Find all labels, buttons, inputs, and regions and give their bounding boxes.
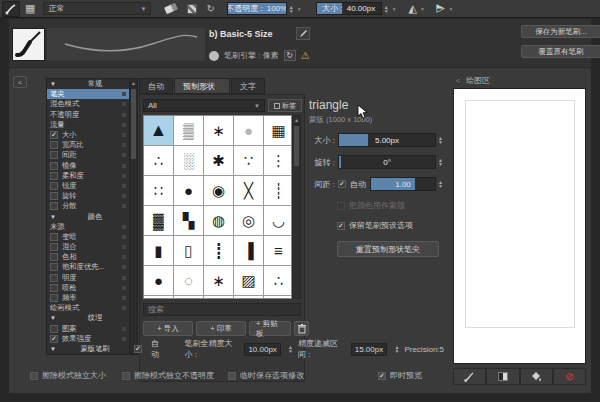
- reset-tip-button[interactable]: 重置预制形状笔尖: [337, 241, 439, 257]
- brush-tip-cell[interactable]: ◌: [174, 266, 203, 295]
- save-new-preset-button[interactable]: 保存为新笔刷...: [521, 25, 600, 38]
- brush-tip-cell[interactable]: ◡: [264, 206, 292, 235]
- temp-save-checkbox[interactable]: [228, 372, 236, 380]
- reload-preset-icon[interactable]: ↻: [206, 3, 214, 14]
- option-row-check[interactable]: 大小: [47, 130, 129, 140]
- option-row-plain[interactable]: 笔尖: [47, 89, 129, 99]
- overwrite-preset-button[interactable]: 覆盖原有笔刷: [521, 45, 600, 58]
- brush-tip-cell[interactable]: ▨: [234, 266, 263, 295]
- search-input[interactable]: 搜索: [143, 303, 301, 316]
- scratchpad-paint-button[interactable]: [453, 368, 486, 385]
- brush-tip-cell[interactable]: ╍: [234, 296, 263, 299]
- mirror-vertical-icon[interactable]: ◭: [437, 2, 445, 15]
- option-checkbox[interactable]: [50, 253, 58, 261]
- tab-predefined[interactable]: 预制形状: [174, 78, 230, 94]
- collapse-presets-button[interactable]: <: [13, 76, 27, 88]
- tab-auto[interactable]: 自动: [139, 78, 173, 94]
- option-checkbox[interactable]: [50, 182, 58, 190]
- use-color-as-mask-checkbox[interactable]: [337, 202, 345, 210]
- option-row-plain[interactable]: 绘画模式: [47, 303, 129, 313]
- eraser-mode-icon[interactable]: [165, 3, 179, 14]
- option-checkbox[interactable]: [50, 202, 58, 210]
- brush-editor-toggle-button[interactable]: [2, 1, 20, 17]
- option-list-scrollbar[interactable]: ▲: [129, 79, 137, 354]
- brush-tip-cell[interactable]: ●: [144, 266, 173, 295]
- option-row-check[interactable]: 柔和度: [47, 171, 129, 181]
- reload-engine-button[interactable]: ↻: [284, 50, 296, 61]
- option-row-header[interactable]: ▼颜色: [47, 211, 129, 221]
- scrollbar-thumb[interactable]: [294, 126, 299, 166]
- brush-tip-cell[interactable]: ╻: [144, 296, 173, 299]
- option-row-check[interactable]: 宽高比: [47, 140, 129, 150]
- option-row-check[interactable]: 镜像: [47, 161, 129, 171]
- option-row-check[interactable]: 锐度: [47, 181, 129, 191]
- size-spinner[interactable]: ▲▼: [384, 5, 389, 13]
- brush-tip-cell[interactable]: ░: [174, 146, 203, 175]
- brush-tip-cell[interactable]: ▯: [174, 236, 203, 265]
- option-row-check[interactable]: 频率: [47, 293, 129, 303]
- preset-chooser-button[interactable]: ▦: [25, 1, 35, 17]
- option-checkbox[interactable]: [50, 325, 58, 333]
- tip-grid-scrollbar[interactable]: ▲: [292, 115, 301, 299]
- option-row-header[interactable]: ▼常规: [47, 79, 129, 89]
- stamp-button[interactable]: + 印章: [196, 321, 246, 336]
- clipboard-button[interactable]: + 剪贴板: [249, 321, 291, 336]
- brush-tip-cell[interactable]: ∗: [204, 266, 233, 295]
- auto-spacing-checkbox[interactable]: [338, 180, 346, 188]
- full-size-spinner[interactable]: ▲▼: [288, 345, 293, 353]
- brush-tip-cell[interactable]: ▐: [234, 236, 263, 265]
- option-row-check[interactable]: 混合: [47, 242, 129, 252]
- erase-opacity-checkbox[interactable]: [122, 372, 130, 380]
- size-options-icon[interactable]: ▼: [392, 6, 397, 12]
- option-checkbox[interactable]: [50, 274, 58, 282]
- brush-tip-cell[interactable]: ∵: [264, 296, 292, 299]
- option-checkbox[interactable]: [50, 141, 58, 149]
- option-checkbox[interactable]: [50, 263, 58, 271]
- tab-text[interactable]: 文字: [231, 78, 265, 94]
- fade-spinbox[interactable]: 15.00px: [351, 343, 388, 356]
- mirror-horizontal-icon[interactable]: ◭: [409, 2, 417, 15]
- scratchpad-fill-preset-button[interactable]: [486, 368, 519, 385]
- option-row-check[interactable]: 喷枪: [47, 283, 129, 293]
- instant-preview-checkbox[interactable]: [378, 372, 386, 380]
- rename-preset-button[interactable]: [296, 27, 310, 40]
- option-checkbox[interactable]: [50, 233, 58, 241]
- option-row-check[interactable]: 饱和度优先...: [47, 262, 129, 272]
- erase-size-checkbox[interactable]: [30, 372, 38, 380]
- brush-tip-cell[interactable]: ◉: [204, 176, 233, 205]
- opacity-slider[interactable]: 不透明度 :100%: [227, 2, 287, 15]
- option-row-plain[interactable]: 来源: [47, 222, 129, 232]
- scrollbar-thumb[interactable]: [131, 89, 136, 159]
- rotation-slider[interactable]: 0°: [338, 155, 436, 169]
- brush-tip-cell[interactable]: ┆: [204, 296, 233, 299]
- brush-tip-cell[interactable]: ▮: [144, 236, 173, 265]
- option-row-check[interactable]: 明度: [47, 273, 129, 283]
- brush-tip-cell[interactable]: ▲: [144, 116, 173, 145]
- preserve-alpha-icon[interactable]: [187, 4, 197, 14]
- option-row-check[interactable]: 效果强度: [47, 334, 129, 344]
- scratchpad-canvas[interactable]: [453, 88, 586, 364]
- preserve-settings-checkbox[interactable]: [337, 222, 345, 230]
- spacing-slider[interactable]: 1.00: [370, 177, 436, 191]
- full-size-spinbox[interactable]: 10.00px: [244, 343, 281, 356]
- brush-tip-cell[interactable]: ▒: [174, 116, 203, 145]
- opacity-options-icon[interactable]: ▼: [297, 6, 302, 12]
- option-row-check[interactable]: 色相: [47, 252, 129, 262]
- option-row-header[interactable]: ▼蒙版笔刷: [47, 344, 129, 354]
- option-checkbox[interactable]: [50, 243, 58, 251]
- brush-tip-cell[interactable]: ●: [234, 116, 263, 145]
- option-checkbox[interactable]: [50, 151, 58, 159]
- mirror-vertical-chevron-icon[interactable]: ▼: [449, 6, 454, 12]
- option-checkbox[interactable]: [50, 131, 58, 139]
- fade-spinner[interactable]: ▲▼: [394, 345, 399, 353]
- size-slider[interactable]: 大小 :40.00px: [316, 2, 382, 15]
- option-row-plain[interactable]: 流量: [47, 120, 129, 130]
- brush-tip-cell[interactable]: ▓: [144, 206, 173, 235]
- blend-mode-select[interactable]: 正常 ▼: [43, 2, 151, 15]
- scroll-up-icon[interactable]: ▲: [130, 79, 137, 88]
- option-row-check[interactable]: 间距: [47, 150, 129, 160]
- brush-tip-cell[interactable]: ┋: [204, 236, 233, 265]
- brush-tip-cell[interactable]: ψ: [174, 296, 203, 299]
- brush-tip-cell[interactable]: ▦: [264, 116, 292, 145]
- brush-tip-cell[interactable]: ∗: [204, 116, 233, 145]
